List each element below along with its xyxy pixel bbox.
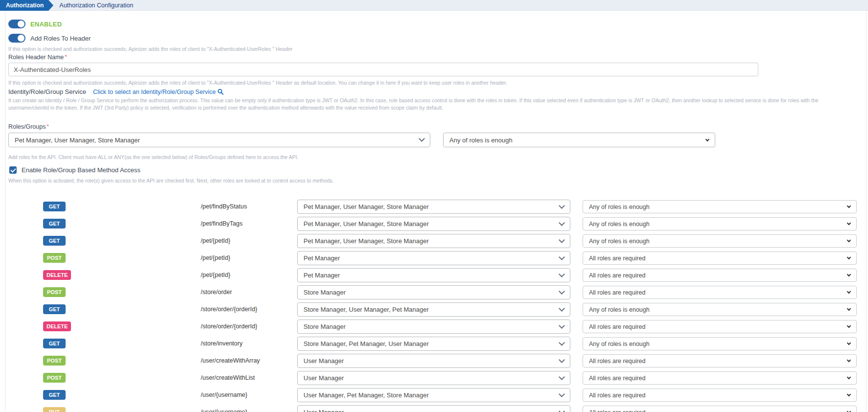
method-row: GET /store/inventory Store Manager, Pet …	[0, 335, 868, 352]
chevron-down-icon	[559, 203, 565, 209]
http-method-badge: DELETE	[43, 270, 71, 280]
chevron-down-icon	[559, 271, 565, 277]
row-roles-value: User Manager	[304, 374, 344, 382]
row-roles-select[interactable]: Store Manager	[297, 320, 570, 334]
authorization-config-form: ENABLED Add Roles To Header If this opti…	[0, 11, 868, 412]
http-method-badge: GET	[43, 304, 66, 314]
method-row: GET /store/order/{orderId} Store Manager…	[0, 301, 868, 318]
chevron-down-icon	[705, 137, 709, 141]
breadcrumb-tab-authorization[interactable]: Authorization	[0, 0, 48, 11]
row-mode-select[interactable]: All roles are required	[583, 371, 857, 385]
row-mode-select[interactable]: All roles are required	[583, 269, 857, 282]
row-mode-select[interactable]: All roles are required	[583, 389, 857, 402]
row-roles-select[interactable]: User Manager	[297, 371, 570, 385]
row-roles-value: Store Manager, Pet Manager, User Manager	[304, 340, 429, 347]
endpoint-path: /store/inventory	[201, 335, 242, 352]
chevron-down-icon	[847, 238, 851, 242]
roles-groups-select[interactable]: Pet Manager, User Manager, Store Manager	[8, 133, 430, 147]
row-mode-select[interactable]: Any of roles is enough	[583, 303, 857, 316]
chevron-down-icon	[847, 273, 851, 276]
row-mode-value: All roles are required	[589, 409, 645, 412]
row-roles-value: Store Manager, User Manager, Pet Manager	[304, 306, 429, 313]
roles-groups-help-text: Add roles for the API. Client must have …	[8, 154, 299, 161]
row-roles-select[interactable]: Pet Manager, User Manager, Store Manager	[297, 234, 570, 248]
row-roles-select[interactable]: Pet Manager, User Manager, Store Manager	[297, 200, 570, 214]
http-method-badge: POST	[43, 373, 66, 383]
row-roles-value: User Manager	[304, 409, 344, 412]
add-roles-label: Add Roles To Header	[30, 35, 91, 42]
row-mode-select[interactable]: Any of roles is enough	[583, 337, 857, 350]
http-method-badge: POST	[43, 253, 66, 263]
roles-groups-value: Pet Manager, User Manager, Store Manager	[15, 137, 140, 144]
row-mode-value: All roles are required	[589, 358, 645, 365]
method-row: PUT /user/{username} User Manager All ro…	[0, 404, 868, 412]
chevron-down-icon	[847, 307, 851, 311]
roles-header-name-input[interactable]	[8, 63, 758, 76]
endpoint-path: /store/order/{orderId}	[201, 301, 257, 318]
method-row: GET /user/{username} User Manager, Pet M…	[0, 387, 868, 404]
identity-service-row: Identity/Role/Group Service Click to sel…	[8, 88, 224, 95]
method-row: POST /user/createWithArray User Manager …	[0, 352, 868, 369]
row-roles-value: User Manager	[304, 357, 344, 365]
row-mode-value: Any of roles is enough	[589, 306, 650, 313]
http-method-badge: POST	[43, 287, 66, 297]
endpoint-path: /pet/findByStatus	[201, 198, 247, 215]
method-row: DELETE /pet/{petId} Pet Manager All role…	[0, 267, 868, 284]
row-roles-value: Pet Manager	[304, 272, 340, 279]
row-mode-select[interactable]: All roles are required	[583, 252, 857, 265]
row-roles-select[interactable]: Store Manager	[297, 285, 570, 299]
method-row: DELETE /store/order/{orderId} Store Mana…	[0, 318, 868, 335]
row-roles-value: Pet Manager, User Manager, Store Manager	[304, 237, 429, 245]
http-method-badge: GET	[43, 202, 66, 211]
http-method-badge: PUT	[43, 407, 66, 412]
row-mode-select[interactable]: All roles are required	[583, 406, 857, 412]
chevron-down-icon	[559, 357, 565, 363]
http-method-badge: GET	[43, 219, 66, 229]
method-row: POST /user/createWithList User Manager A…	[0, 369, 868, 387]
row-mode-value: Any of roles is enough	[589, 341, 650, 347]
row-roles-select[interactable]: Store Manager, Pet Manager, User Manager	[297, 337, 570, 351]
row-mode-select[interactable]: Any of roles is enough	[583, 200, 857, 213]
add-roles-toggle-row: Add Roles To Header	[8, 34, 91, 43]
http-method-badge: GET	[43, 236, 66, 246]
row-mode-select[interactable]: All roles are required	[583, 354, 857, 367]
required-asterisk: *	[65, 54, 67, 60]
endpoint-path: /pet/{petId}	[201, 250, 230, 267]
row-roles-select[interactable]: User Manager	[297, 405, 570, 412]
chevron-down-icon	[559, 220, 565, 226]
row-mode-select[interactable]: Any of roles is enough	[583, 217, 857, 230]
chevron-down-icon	[847, 324, 851, 328]
add-roles-help-text: If this option is checked and authorizat…	[8, 46, 293, 53]
row-roles-value: Store Manager	[304, 323, 346, 330]
enabled-label: ENABLED	[30, 21, 62, 28]
row-mode-value: All roles are required	[589, 375, 645, 382]
method-rows: GET /pet/findByStatus Pet Manager, User …	[0, 198, 868, 412]
enabled-toggle[interactable]	[8, 20, 25, 28]
row-roles-select[interactable]: User Manager, Pet Manager, Store Manager	[297, 388, 570, 402]
row-mode-select[interactable]: Any of roles is enough	[583, 234, 857, 248]
method-row: POST /pet/{petId} Pet Manager All roles …	[0, 250, 868, 267]
row-roles-value: Pet Manager, User Manager, Store Manager	[304, 203, 429, 210]
row-mode-select[interactable]: All roles are required	[583, 286, 857, 299]
roles-match-mode-select[interactable]: Any of roles is enough	[443, 133, 715, 147]
identity-service-label: Identity/Role/Group Service	[8, 88, 86, 95]
row-mode-value: All roles are required	[589, 323, 645, 330]
roles-match-mode-value: Any of roles is enough	[449, 137, 513, 144]
identity-service-select-link[interactable]: Click to select an Identity/Role/Group S…	[93, 89, 224, 95]
row-roles-select[interactable]: Pet Manager, User Manager, Store Manager	[297, 217, 570, 231]
add-roles-to-header-toggle[interactable]	[8, 34, 25, 43]
row-roles-select[interactable]: Pet Manager	[297, 268, 570, 282]
method-row: POST /store/order Store Manager All role…	[0, 284, 868, 301]
roles-header-name-label: Roles Header Name*	[8, 54, 67, 61]
row-roles-select[interactable]: Store Manager, User Manager, Pet Manager	[297, 302, 570, 317]
row-roles-select[interactable]: Pet Manager	[297, 251, 570, 265]
method-row: GET /pet/findByStatus Pet Manager, User …	[0, 198, 868, 215]
endpoint-path: /user/createWithArray	[201, 352, 260, 369]
chevron-down-icon	[419, 136, 425, 142]
row-roles-value: Store Manager	[304, 289, 346, 296]
http-method-badge: POST	[43, 356, 66, 366]
breadcrumb-current-page: Authorization Configuration	[59, 2, 133, 9]
enable-method-access-checkbox[interactable]	[9, 166, 17, 174]
row-mode-select[interactable]: All roles are required	[583, 320, 857, 333]
row-roles-select[interactable]: User Manager	[297, 354, 570, 368]
